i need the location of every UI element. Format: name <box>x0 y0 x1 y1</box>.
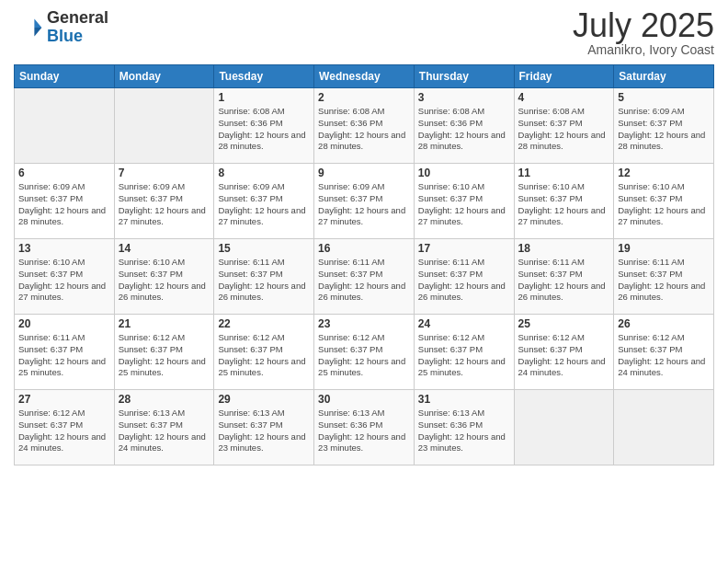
calendar-day-cell: 20Sunrise: 6:11 AM Sunset: 6:37 PM Dayli… <box>15 315 115 390</box>
calendar-day-cell: 29Sunrise: 6:13 AM Sunset: 6:37 PM Dayli… <box>214 390 314 465</box>
day-info: Sunrise: 6:13 AM Sunset: 6:37 PM Dayligh… <box>218 408 310 454</box>
calendar-day-cell: 7Sunrise: 6:09 AM Sunset: 6:37 PM Daylig… <box>114 164 214 239</box>
calendar-day-cell: 9Sunrise: 6:09 AM Sunset: 6:37 PM Daylig… <box>314 164 415 239</box>
day-info: Sunrise: 6:12 AM Sunset: 6:37 PM Dayligh… <box>218 332 310 379</box>
calendar-day-cell: 19Sunrise: 6:11 AM Sunset: 6:37 PM Dayli… <box>614 239 714 315</box>
day-number: 13 <box>18 242 110 255</box>
calendar-day-cell: 6Sunrise: 6:09 AM Sunset: 6:37 PM Daylig… <box>15 164 115 239</box>
calendar-week-row: 20Sunrise: 6:11 AM Sunset: 6:37 PM Dayli… <box>15 315 714 390</box>
day-info: Sunrise: 6:10 AM Sunset: 6:37 PM Dayligh… <box>518 181 610 228</box>
day-number: 5 <box>618 91 710 104</box>
day-info: Sunrise: 6:11 AM Sunset: 6:37 PM Dayligh… <box>618 257 710 304</box>
day-info: Sunrise: 6:13 AM Sunset: 6:36 PM Dayligh… <box>418 408 510 454</box>
day-info: Sunrise: 6:12 AM Sunset: 6:37 PM Dayligh… <box>18 408 110 454</box>
day-number: 9 <box>318 167 410 179</box>
weekday-header-cell: Thursday <box>414 65 514 88</box>
calendar-day-cell: 25Sunrise: 6:12 AM Sunset: 6:37 PM Dayli… <box>514 315 614 390</box>
day-number: 30 <box>318 393 410 406</box>
day-info: Sunrise: 6:11 AM Sunset: 6:37 PM Dayligh… <box>18 332 110 379</box>
calendar-week-row: 6Sunrise: 6:09 AM Sunset: 6:37 PM Daylig… <box>15 164 714 239</box>
title-block: July 2025 Amanikro, Ivory Coast <box>573 9 714 57</box>
day-info: Sunrise: 6:11 AM Sunset: 6:37 PM Dayligh… <box>218 257 310 304</box>
day-info: Sunrise: 6:13 AM Sunset: 6:37 PM Dayligh… <box>119 408 210 454</box>
calendar-day-cell <box>15 88 115 164</box>
day-info: Sunrise: 6:08 AM Sunset: 6:36 PM Dayligh… <box>418 106 510 153</box>
calendar-day-cell: 21Sunrise: 6:12 AM Sunset: 6:37 PM Dayli… <box>114 315 214 390</box>
day-number: 17 <box>418 242 510 255</box>
day-info: Sunrise: 6:13 AM Sunset: 6:36 PM Dayligh… <box>318 408 410 454</box>
calendar-week-row: 27Sunrise: 6:12 AM Sunset: 6:37 PM Dayli… <box>15 390 714 465</box>
weekday-header-cell: Monday <box>114 65 214 88</box>
month-title: July 2025 <box>573 9 714 42</box>
calendar-week-row: 1Sunrise: 6:08 AM Sunset: 6:36 PM Daylig… <box>15 88 714 164</box>
day-number: 24 <box>418 317 510 330</box>
calendar-day-cell: 28Sunrise: 6:13 AM Sunset: 6:37 PM Dayli… <box>114 390 214 465</box>
day-number: 1 <box>218 91 310 104</box>
day-number: 18 <box>518 242 610 255</box>
calendar-day-cell: 17Sunrise: 6:11 AM Sunset: 6:37 PM Dayli… <box>414 239 514 315</box>
weekday-header-row: SundayMondayTuesdayWednesdayThursdayFrid… <box>15 65 714 88</box>
weekday-header-cell: Saturday <box>614 65 714 88</box>
day-info: Sunrise: 6:11 AM Sunset: 6:37 PM Dayligh… <box>418 257 510 304</box>
day-number: 23 <box>318 317 410 330</box>
svg-marker-1 <box>34 28 41 37</box>
calendar-day-cell: 18Sunrise: 6:11 AM Sunset: 6:37 PM Dayli… <box>514 239 614 315</box>
weekday-header-cell: Sunday <box>15 65 115 88</box>
calendar-day-cell: 14Sunrise: 6:10 AM Sunset: 6:37 PM Dayli… <box>114 239 214 315</box>
day-info: Sunrise: 6:11 AM Sunset: 6:37 PM Dayligh… <box>518 257 610 304</box>
calendar-day-cell: 30Sunrise: 6:13 AM Sunset: 6:36 PM Dayli… <box>314 390 415 465</box>
day-number: 4 <box>518 91 610 104</box>
calendar-day-cell: 2Sunrise: 6:08 AM Sunset: 6:36 PM Daylig… <box>314 88 415 164</box>
day-number: 26 <box>618 317 710 330</box>
day-number: 11 <box>518 167 610 179</box>
day-info: Sunrise: 6:12 AM Sunset: 6:37 PM Dayligh… <box>518 332 610 379</box>
calendar-day-cell: 26Sunrise: 6:12 AM Sunset: 6:37 PM Dayli… <box>614 315 714 390</box>
day-number: 21 <box>119 317 210 330</box>
day-info: Sunrise: 6:09 AM Sunset: 6:37 PM Dayligh… <box>18 181 110 228</box>
day-number: 12 <box>618 167 710 179</box>
day-info: Sunrise: 6:08 AM Sunset: 6:36 PM Dayligh… <box>218 106 310 153</box>
day-info: Sunrise: 6:10 AM Sunset: 6:37 PM Dayligh… <box>18 257 110 304</box>
calendar-day-cell <box>614 390 714 465</box>
calendar-day-cell: 10Sunrise: 6:10 AM Sunset: 6:37 PM Dayli… <box>414 164 514 239</box>
day-info: Sunrise: 6:12 AM Sunset: 6:37 PM Dayligh… <box>119 332 210 379</box>
calendar-day-cell: 31Sunrise: 6:13 AM Sunset: 6:36 PM Dayli… <box>414 390 514 465</box>
calendar-day-cell: 12Sunrise: 6:10 AM Sunset: 6:37 PM Dayli… <box>614 164 714 239</box>
calendar-day-cell: 3Sunrise: 6:08 AM Sunset: 6:36 PM Daylig… <box>414 88 514 164</box>
day-info: Sunrise: 6:09 AM Sunset: 6:37 PM Dayligh… <box>618 106 710 153</box>
day-number: 7 <box>119 167 210 179</box>
calendar-day-cell: 13Sunrise: 6:10 AM Sunset: 6:37 PM Dayli… <box>15 239 115 315</box>
calendar-day-cell: 27Sunrise: 6:12 AM Sunset: 6:37 PM Dayli… <box>15 390 115 465</box>
day-number: 27 <box>18 393 110 406</box>
day-number: 29 <box>218 393 310 406</box>
day-number: 25 <box>518 317 610 330</box>
svg-marker-0 <box>34 18 41 28</box>
day-info: Sunrise: 6:11 AM Sunset: 6:37 PM Dayligh… <box>318 257 410 304</box>
day-number: 28 <box>119 393 210 406</box>
logo-blue: Blue <box>47 28 108 46</box>
day-number: 15 <box>218 242 310 255</box>
day-info: Sunrise: 6:10 AM Sunset: 6:37 PM Dayligh… <box>618 181 710 228</box>
day-info: Sunrise: 6:09 AM Sunset: 6:37 PM Dayligh… <box>119 181 210 228</box>
page: General Blue July 2025 Amanikro, Ivory C… <box>0 0 728 563</box>
calendar-table: SundayMondayTuesdayWednesdayThursdayFrid… <box>14 64 714 465</box>
calendar-day-cell: 23Sunrise: 6:12 AM Sunset: 6:37 PM Dayli… <box>314 315 415 390</box>
day-number: 3 <box>418 91 510 104</box>
calendar-day-cell: 24Sunrise: 6:12 AM Sunset: 6:37 PM Dayli… <box>414 315 514 390</box>
calendar-day-cell: 4Sunrise: 6:08 AM Sunset: 6:37 PM Daylig… <box>514 88 614 164</box>
day-info: Sunrise: 6:09 AM Sunset: 6:37 PM Dayligh… <box>218 181 310 228</box>
calendar-day-cell: 5Sunrise: 6:09 AM Sunset: 6:37 PM Daylig… <box>614 88 714 164</box>
day-number: 14 <box>119 242 210 255</box>
day-number: 22 <box>218 317 310 330</box>
calendar-day-cell <box>114 88 214 164</box>
day-info: Sunrise: 6:12 AM Sunset: 6:37 PM Dayligh… <box>418 332 510 379</box>
logo: General Blue <box>14 9 108 46</box>
calendar-week-row: 13Sunrise: 6:10 AM Sunset: 6:37 PM Dayli… <box>15 239 714 315</box>
calendar-day-cell: 22Sunrise: 6:12 AM Sunset: 6:37 PM Dayli… <box>214 315 314 390</box>
calendar-day-cell: 1Sunrise: 6:08 AM Sunset: 6:36 PM Daylig… <box>214 88 314 164</box>
day-number: 2 <box>318 91 410 104</box>
weekday-header-cell: Tuesday <box>214 65 314 88</box>
day-info: Sunrise: 6:08 AM Sunset: 6:36 PM Dayligh… <box>318 106 410 153</box>
day-number: 31 <box>418 393 510 406</box>
calendar-day-cell <box>514 390 614 465</box>
